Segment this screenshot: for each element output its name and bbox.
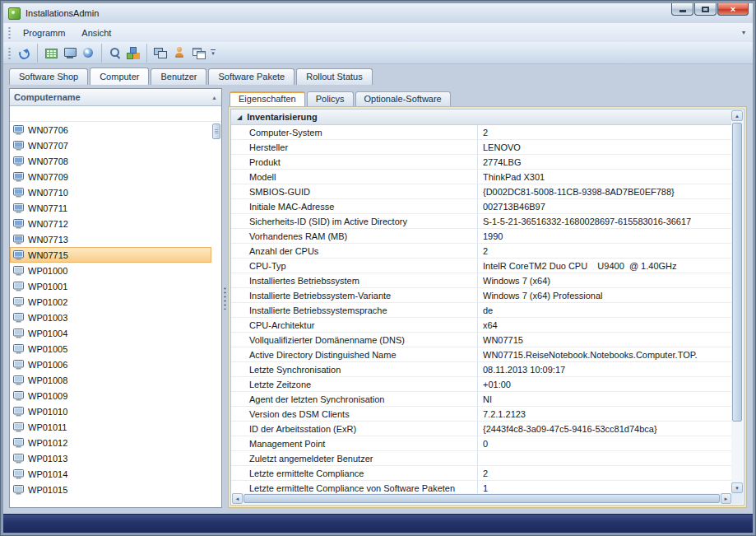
computer-list-item[interactable]: WP01012 <box>10 435 211 450</box>
property-value: S-1-5-21-36516332-1680028697-615583016-3… <box>478 214 731 228</box>
search-icon[interactable] <box>105 44 124 63</box>
column-header-computername[interactable]: Computername ▲ <box>10 89 221 106</box>
property-row[interactable]: Vollqualifizierter Domänenname (DNS) WN0… <box>231 333 731 347</box>
minimize-button[interactable] <box>671 3 693 16</box>
property-row[interactable]: Computer-System 2 <box>231 125 731 140</box>
main-tab[interactable]: Software Shop <box>9 68 88 85</box>
computer-list-item[interactable]: WP01008 <box>10 372 211 388</box>
property-row[interactable]: Sicherheits-ID (SID) im Active Directory… <box>231 214 731 229</box>
toolbar-grip[interactable] <box>8 47 11 59</box>
property-row[interactable]: CPU-Typ IntelR CoreTM2 Duo CPU U9400 @ 1… <box>231 259 731 273</box>
menu-item[interactable]: Ansicht <box>73 26 119 40</box>
maximize-button[interactable] <box>694 3 717 16</box>
computer-list-item[interactable]: WN07708 <box>10 153 211 169</box>
computer-list-item[interactable]: WP01000 <box>10 263 211 278</box>
property-row[interactable]: Hersteller LENOVO <box>231 140 731 155</box>
property-row[interactable]: Zuletzt angemeldeter Benutzer <box>231 451 731 466</box>
computer-list-item[interactable]: WP01004 <box>10 325 211 341</box>
computer-list-item[interactable]: WP01005 <box>10 341 211 357</box>
details-tab[interactable]: Eigenschaften <box>230 91 305 106</box>
property-name: Active Directory Distinguished Name <box>231 347 478 361</box>
property-row[interactable]: Modell ThinkPad X301 <box>231 170 731 184</box>
scroll-left-icon[interactable]: ◄ <box>232 493 243 504</box>
menu-overflow-icon[interactable]: ▾ <box>742 29 748 36</box>
property-row[interactable]: Installierte Betriebssystemsprache de <box>231 303 731 318</box>
property-row[interactable]: Version des DSM Clients 7.2.1.2123 <box>231 407 731 422</box>
toolbar-overflow-icon[interactable]: ▾ <box>211 49 216 56</box>
close-button[interactable]: × <box>717 3 749 16</box>
scroll-up-icon[interactable]: ▲ <box>731 110 743 121</box>
details-tab[interactable]: Policys <box>307 91 354 106</box>
property-row[interactable]: SMBIOS-GUID {D002DC81-5008-11CB-9398-8AD… <box>231 184 731 199</box>
computer-list-item[interactable]: WP01015 <box>10 482 211 497</box>
group-expander-icon[interactable]: ◢ <box>237 114 242 121</box>
computer-list-item[interactable]: WN07710 <box>10 184 211 200</box>
computer-list-item[interactable]: WP01001 <box>10 278 211 294</box>
group-row-inventarisierung[interactable]: ◢ Inventarisierung <box>231 110 731 125</box>
scrollbar-thumb[interactable] <box>243 494 720 503</box>
property-name: Letzte ermittelte Compliance von Softwar… <box>231 481 478 493</box>
computer-list-item[interactable]: WN07706 <box>10 122 211 137</box>
details-tab[interactable]: Optionale-Software <box>355 91 451 106</box>
property-row[interactable]: Anzahl der CPUs 2 <box>231 244 731 259</box>
property-grid-vscrollbar[interactable]: ▲ ▼ <box>731 110 743 493</box>
property-row[interactable]: CPU-Architektur x64 <box>231 318 731 333</box>
user-icon[interactable] <box>169 44 188 63</box>
computer-list-item[interactable]: WP01002 <box>10 294 211 310</box>
property-row[interactable]: ID der Arbeitsstation (ExR) {2443f4c8-3a… <box>231 422 731 436</box>
property-name: Agent der letzten Synchronisation <box>231 392 478 406</box>
computer-list-item[interactable]: WN07709 <box>10 169 211 184</box>
computer-list-item[interactable]: WN07712 <box>10 216 211 231</box>
scrollbar-thumb[interactable] <box>732 123 742 422</box>
main-tab[interactable]: Rollout Status <box>296 68 372 85</box>
property-row[interactable]: Letzte Synchronisation 08.11.2013 10:09:… <box>231 362 731 377</box>
scroll-right-icon[interactable]: ► <box>721 493 731 504</box>
packages-icon[interactable] <box>124 44 147 63</box>
property-row[interactable]: Installierte Betriebssystem-Variante Win… <box>231 288 731 303</box>
computer-list-item[interactable]: WP01011 <box>10 419 211 435</box>
main-tab[interactable]: Computer <box>90 68 149 85</box>
scroll-down-icon[interactable]: ▼ <box>731 482 743 493</box>
scrollbar-thumb[interactable] <box>212 124 220 139</box>
menu-item[interactable]: Programm <box>15 26 73 40</box>
filter-row[interactable] <box>10 106 221 122</box>
disc-icon[interactable] <box>79 44 102 63</box>
windows-icon[interactable] <box>188 44 207 63</box>
dual-monitor-icon[interactable] <box>151 44 169 63</box>
computer-list-scrollbar[interactable] <box>211 122 221 507</box>
property-row[interactable]: Initiale MAC-Adresse 002713B46B97 <box>231 199 731 214</box>
title-bar[interactable]: InstallationsAdmin × <box>3 3 753 23</box>
property-row[interactable]: Produkt 2774LBG <box>231 155 731 170</box>
computer-list-item[interactable]: WN07711 <box>10 200 211 216</box>
computer-list-item[interactable]: WP01013 <box>10 450 211 466</box>
computer-list-item[interactable]: WP01010 <box>10 403 211 419</box>
property-value: +01:00 <box>478 377 731 391</box>
property-row[interactable]: Installiertes Betriebssystem Windows 7 (… <box>231 273 731 288</box>
main-tab[interactable]: Software Pakete <box>208 68 295 85</box>
refresh-icon[interactable] <box>15 44 38 63</box>
panel-splitter[interactable] <box>222 88 228 508</box>
computer-list-item[interactable]: WN07713 <box>10 231 211 247</box>
main-tab[interactable]: Benutzer <box>151 68 206 85</box>
computer-name: WP01002 <box>28 297 67 307</box>
property-row[interactable]: Letzte ermittelte Compliance 2 <box>231 466 731 481</box>
window-title: InstallationsAdmin <box>26 8 99 18</box>
computer-list-item[interactable]: WN07715 <box>10 247 211 263</box>
computer-list-item[interactable]: WP01009 <box>10 388 211 403</box>
property-row[interactable]: Active Directory Distinguished Name WN07… <box>231 347 731 362</box>
property-grid-hscrollbar[interactable]: ◄ ► <box>232 493 731 504</box>
menu-grip[interactable] <box>8 26 11 39</box>
computer-list-item[interactable]: WN07707 <box>10 137 211 153</box>
property-row[interactable]: Letzte ermittelte Compliance von Softwar… <box>231 481 731 493</box>
property-row[interactable]: Agent der letzten Synchronisation NI <box>231 392 731 407</box>
export-grid-icon[interactable] <box>41 44 60 63</box>
property-row[interactable]: Letzte Zeitzone +01:00 <box>231 377 731 392</box>
splitter-grip-icon <box>224 287 226 310</box>
property-row[interactable]: Vorhandenes RAM (MB) 1990 <box>231 229 731 244</box>
monitor-icon[interactable] <box>60 44 79 63</box>
computer-list-item[interactable]: WP01014 <box>10 466 211 482</box>
computer-list-item[interactable]: WP01003 <box>10 310 211 325</box>
property-row[interactable]: Management Point 0 <box>231 436 731 451</box>
property-name: Hersteller <box>231 140 478 154</box>
computer-list-item[interactable]: WP01006 <box>10 357 211 372</box>
